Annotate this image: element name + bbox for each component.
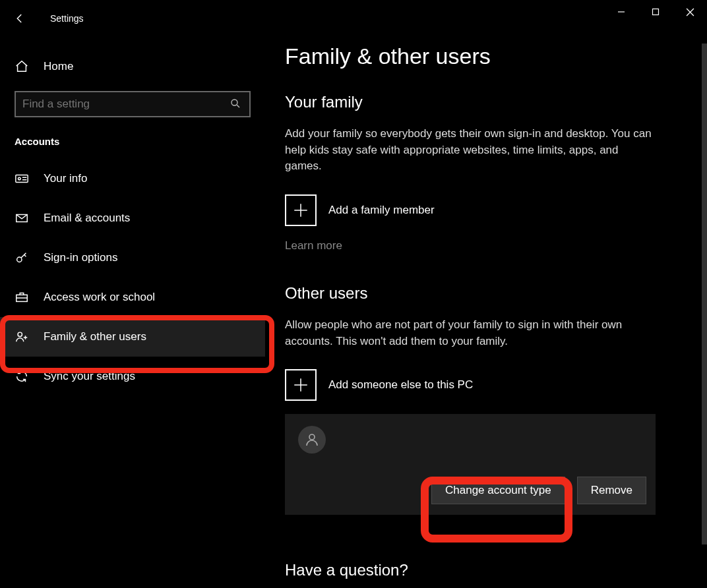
plus-icon: [285, 369, 317, 401]
sync-icon: [15, 369, 29, 384]
main-panel: Family & other users Your family Add you…: [265, 0, 707, 588]
other-users-desc: Allow people who are not part of your fa…: [285, 317, 654, 349]
add-family-label: Add a family member: [328, 204, 435, 217]
svg-point-2: [18, 177, 21, 180]
svg-point-8: [309, 434, 315, 440]
add-other-user[interactable]: Add someone else to this PC: [285, 369, 687, 401]
sidebar-item-label: Sign-in options: [44, 251, 117, 264]
card-icon: [15, 171, 29, 186]
sidebar-item-label: Your info: [44, 172, 87, 185]
remove-button[interactable]: Remove: [577, 477, 646, 504]
svg-rect-1: [16, 175, 28, 183]
family-heading: Your family: [285, 93, 687, 111]
change-account-type-button[interactable]: Change account type: [431, 477, 565, 504]
user-card[interactable]: Change account type Remove: [285, 414, 656, 515]
search-icon: [230, 98, 243, 111]
maximize-button[interactable]: [638, 0, 673, 24]
sidebar-item-work[interactable]: Access work or school: [0, 278, 265, 317]
learn-more-link[interactable]: Learn more: [285, 239, 342, 252]
sidebar-item-your-info[interactable]: Your info: [0, 159, 265, 198]
key-icon: [15, 250, 29, 265]
minimize-button[interactable]: [604, 0, 638, 24]
svg-point-6: [18, 332, 22, 336]
search-box[interactable]: [15, 91, 251, 117]
mail-icon: [15, 211, 29, 225]
family-desc: Add your family so everybody gets their …: [285, 126, 654, 175]
sidebar-item-label: Email & accounts: [44, 212, 130, 225]
sidebar-item-sync[interactable]: Sync your settings: [0, 357, 265, 396]
people-icon: [15, 330, 29, 344]
add-family-member[interactable]: Add a family member: [285, 194, 687, 226]
svg-point-4: [17, 257, 22, 262]
other-users-heading: Other users: [285, 284, 687, 303]
page-title: Family & other users: [285, 44, 687, 69]
svg-point-0: [231, 100, 237, 105]
avatar-icon: [298, 426, 326, 454]
window-title: Settings: [50, 13, 84, 24]
section-label: Accounts: [0, 117, 265, 159]
plus-icon: [285, 194, 317, 226]
svg-rect-7: [653, 9, 659, 15]
scrollbar[interactable]: [702, 44, 707, 544]
back-button[interactable]: [13, 12, 26, 25]
sidebar-item-signin[interactable]: Sign-in options: [0, 238, 265, 278]
sidebar-item-label: Family & other users: [44, 330, 146, 343]
sidebar: Settings Home Accounts Your info E: [0, 0, 265, 588]
home-icon: [15, 59, 29, 74]
question-heading: Have a question?: [285, 561, 687, 579]
add-other-label: Add someone else to this PC: [328, 378, 473, 392]
home-label: Home: [44, 60, 73, 73]
close-button[interactable]: [673, 0, 707, 24]
home-nav[interactable]: Home: [0, 50, 265, 83]
sidebar-item-label: Sync your settings: [44, 370, 135, 383]
sidebar-item-email[interactable]: Email & accounts: [0, 198, 265, 238]
search-input[interactable]: [22, 98, 230, 111]
briefcase-icon: [15, 290, 29, 305]
sidebar-item-label: Access work or school: [44, 291, 155, 304]
sidebar-item-family[interactable]: Family & other users: [0, 317, 265, 357]
title-bar-controls: [604, 0, 707, 24]
